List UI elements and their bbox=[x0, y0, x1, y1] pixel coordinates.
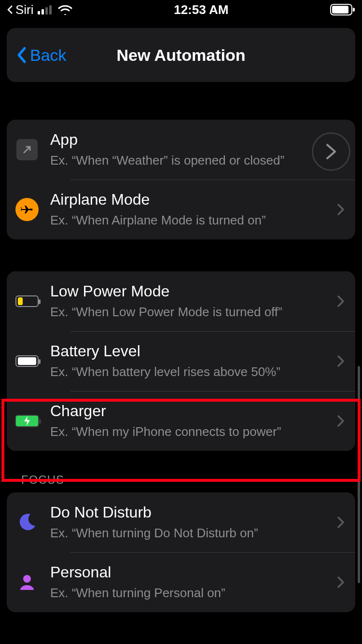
chevron-right-icon bbox=[337, 203, 345, 216]
trigger-group-focus: Do Not Disturb Ex. “When turning Do Not … bbox=[7, 492, 355, 612]
svg-rect-3 bbox=[49, 5, 52, 14]
trigger-title: Airplane Mode bbox=[50, 190, 326, 209]
trigger-subtitle: Ex. “When Airplane Mode is turned on” bbox=[50, 212, 326, 229]
trigger-title: Do Not Disturb bbox=[50, 503, 326, 522]
svg-point-7 bbox=[23, 575, 31, 583]
trigger-row-battery-level[interactable]: Battery Level Ex. “When battery level ri… bbox=[7, 331, 355, 391]
trigger-row-do-not-disturb[interactable]: Do Not Disturb Ex. “When turning Do Not … bbox=[7, 492, 355, 552]
charger-icon bbox=[15, 415, 39, 427]
section-header-focus: FOCUS bbox=[21, 473, 355, 487]
back-label: Back bbox=[30, 46, 67, 65]
trigger-title: Personal bbox=[50, 562, 326, 582]
trigger-subtitle: Ex. “When turning Do Not Disturb on” bbox=[50, 525, 326, 542]
trigger-subtitle: Ex. “When my iPhone connects to power” bbox=[50, 423, 326, 440]
svg-rect-6 bbox=[353, 8, 355, 12]
trigger-group-apps: App Ex. “When “Weather” is opened or clo… bbox=[7, 120, 355, 239]
chevron-right-icon bbox=[337, 575, 345, 589]
svg-rect-0 bbox=[38, 11, 40, 14]
trigger-row-app[interactable]: App Ex. “When “Weather” is opened or clo… bbox=[7, 120, 355, 180]
personal-focus-icon bbox=[14, 573, 40, 592]
breadcrumb-app-label: Siri bbox=[15, 2, 34, 17]
chevron-right-icon bbox=[337, 414, 345, 428]
breadcrumb-caret-icon bbox=[7, 5, 14, 14]
airplane-mode-icon bbox=[15, 198, 39, 221]
svg-rect-1 bbox=[42, 9, 44, 14]
trigger-row-airplane-mode[interactable]: Airplane Mode Ex. “When Airplane Mode is… bbox=[7, 180, 355, 239]
navigation-bar: Back New Automation bbox=[7, 28, 355, 82]
chevron-left-icon bbox=[16, 46, 27, 64]
do-not-disturb-icon bbox=[14, 512, 40, 532]
trigger-title: Low Power Mode bbox=[50, 281, 326, 301]
back-button[interactable]: Back bbox=[16, 46, 67, 65]
trigger-group-battery: Low Power Mode Ex. “When Low Power Mode … bbox=[7, 271, 355, 451]
trigger-title: App bbox=[50, 130, 345, 149]
trigger-subtitle: Ex. “When Low Power Mode is turned off” bbox=[50, 304, 326, 321]
low-power-mode-icon bbox=[15, 295, 39, 307]
chevron-right-icon bbox=[337, 516, 345, 529]
battery-icon bbox=[330, 4, 355, 15]
trigger-subtitle: Ex. “When “Weather” is opened or closed” bbox=[50, 152, 345, 169]
trigger-row-low-power-mode[interactable]: Low Power Mode Ex. “When Low Power Mode … bbox=[7, 271, 355, 331]
trigger-row-personal[interactable]: Personal Ex. “When turning Personal on” bbox=[7, 552, 355, 612]
trigger-subtitle: Ex. “When battery level rises above 50%” bbox=[50, 364, 326, 380]
chevron-right-icon bbox=[337, 354, 345, 368]
wifi-icon bbox=[58, 4, 72, 15]
svg-rect-5 bbox=[332, 6, 348, 14]
cellular-signal-icon bbox=[38, 5, 54, 14]
battery-level-icon bbox=[15, 355, 39, 367]
chevron-right-icon bbox=[337, 294, 345, 308]
svg-rect-2 bbox=[45, 7, 48, 14]
trigger-subtitle: Ex. “When turning Personal on” bbox=[50, 585, 326, 602]
app-icon bbox=[16, 139, 38, 160]
trigger-row-charger[interactable]: Charger Ex. “When my iPhone connects to … bbox=[7, 391, 355, 451]
trigger-title: Charger bbox=[50, 401, 326, 420]
breadcrumb-back-app[interactable]: Siri bbox=[7, 2, 34, 17]
status-time: 12:53 AM bbox=[174, 2, 228, 17]
status-bar: Siri 12:53 AM bbox=[0, 0, 362, 19]
trigger-title: Battery Level bbox=[50, 341, 326, 361]
scroll-indicator bbox=[358, 366, 360, 583]
